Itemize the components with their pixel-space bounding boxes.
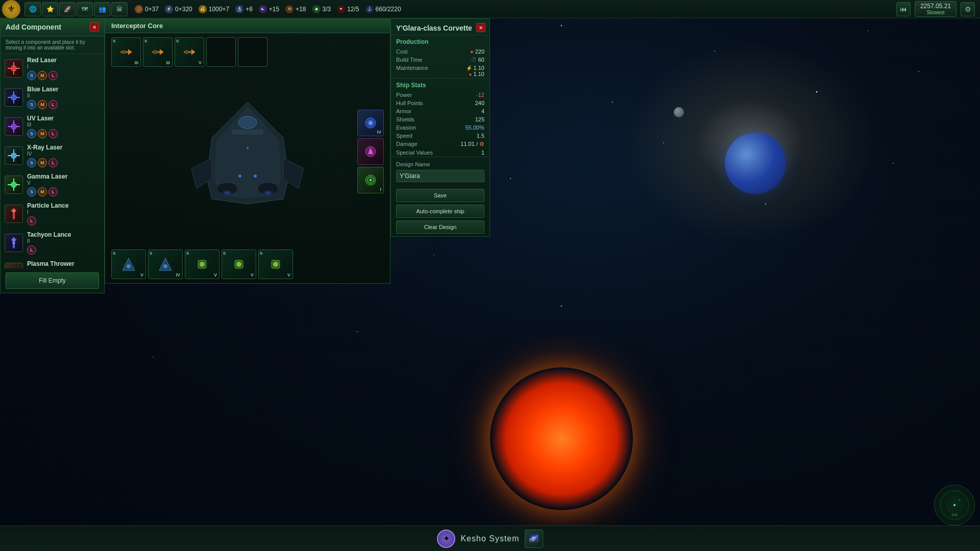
blue-laser-name: Blue Laser [27, 86, 100, 93]
build-time-value: ⏱ 60 [471, 57, 484, 63]
particle-lance-tier: I [27, 209, 100, 215]
xray-laser-icon [5, 146, 23, 165]
date-display: 2257.05.21 Slowest [915, 1, 957, 17]
side-slot-1-icon [363, 115, 378, 131]
bottom-slot-4[interactable]: S V [222, 249, 256, 279]
interceptor-panel: Interceptor Core S III S III S V [105, 18, 390, 284]
maintenance-label: Maintenance [396, 65, 428, 77]
special-values-label: Special Values [396, 149, 433, 156]
damage-row: Damage 11.01 / ⚙ [391, 140, 489, 148]
weapon-slot-4-empty[interactable] [206, 37, 236, 67]
svg-point-5 [612, 102, 613, 103]
plasma-thrower-info: Plasma Thrower I S M L [27, 260, 100, 268]
top-bar: ⚜ 🌐 ⭐ 🚀 🗺 👥 🏛 ⬡ 0+37 ⚡ 0+320 💰 1000+7 🔬 … [0, 0, 980, 18]
bottom-slot-5[interactable]: S V [258, 249, 293, 279]
svg-point-89 [163, 264, 167, 268]
svg-marker-57 [160, 49, 163, 55]
svg-point-99 [949, 510, 950, 511]
nav-btn-6[interactable]: 🏛 [111, 2, 128, 16]
cost-label: Cost [396, 48, 408, 55]
resource-minerals: ⬡ 0+37 [135, 5, 159, 13]
svg-point-19 [357, 331, 358, 332]
red-laser-icon [5, 59, 23, 78]
side-slot-2[interactable] [357, 138, 384, 165]
component-uv-laser[interactable]: UV Laser III S M L [1, 112, 104, 141]
resource-stability: ♥ 12/5 [337, 5, 359, 13]
settings-btn[interactable]: ⚙ [961, 2, 975, 16]
svg-point-75 [238, 174, 241, 178]
system-icon[interactable]: ✦ [437, 530, 455, 548]
side-slot-1[interactable]: IV [357, 110, 384, 136]
save-btn[interactable]: Save [396, 189, 484, 202]
weapon-slot-3[interactable]: S V [175, 37, 204, 67]
component-plasma-thrower[interactable]: Plasma Thrower I S M L [1, 258, 104, 268]
prev-date-btn[interactable]: ⏮ [896, 2, 911, 16]
nav-btn-2[interactable]: ⭐ [42, 2, 58, 16]
slot-type-1: S [113, 39, 115, 43]
svg-point-77 [247, 147, 249, 149]
red-laser-tier: I [27, 64, 100, 69]
panel-header: Add Component ✕ [1, 18, 104, 36]
side-slot-3-icon [363, 172, 378, 188]
resource-unity: ☯ +15 [259, 5, 279, 13]
tag-l-5: L [48, 187, 58, 196]
tag-s-4: S [27, 158, 36, 167]
svg-point-85 [370, 179, 372, 181]
nav-btn-1[interactable]: 🌐 [24, 2, 41, 16]
power-row: Power -12 [391, 91, 489, 99]
nav-btn-3[interactable]: 🚀 [59, 2, 76, 16]
speed-value: 1.5 [477, 133, 484, 139]
ship-visual [161, 87, 334, 230]
auto-complete-btn[interactable]: Auto-complete ship [396, 205, 484, 218]
gamma-laser-tags: S M L [27, 187, 100, 196]
design-name-input[interactable] [396, 170, 484, 182]
svg-point-95 [273, 262, 278, 267]
weapon-slot-2[interactable]: S III [143, 37, 173, 67]
nav-buttons: 🌐 ⭐ 🚀 🗺 👥 🏛 [24, 2, 128, 16]
ship-svg [161, 87, 334, 219]
ship-view: IV I [105, 69, 390, 247]
svg-point-69 [262, 190, 274, 196]
close-info-btn[interactable]: ✕ [476, 23, 485, 32]
unity-icon: ☯ [259, 5, 267, 13]
weapon-slot-1[interactable]: S III [111, 37, 141, 67]
xray-laser-tier: IV [27, 151, 100, 157]
empire-icon[interactable]: ⚜ [2, 0, 20, 18]
close-panel-btn[interactable]: ✕ [90, 22, 99, 32]
component-xray-laser[interactable]: X-Ray Laser IV S M L [1, 141, 104, 170]
component-tachyon-lance[interactable]: Tachyon Lance II L [1, 229, 104, 258]
component-gamma-laser[interactable]: Gamma Laser V S M L [1, 170, 104, 199]
design-name-section: Design Name [391, 157, 489, 186]
svg-rect-74 [232, 130, 263, 134]
resource-tech: 🔬 +8 [235, 5, 253, 13]
bottom-slot-1[interactable]: S V [111, 249, 146, 279]
weapon-slot-5-empty[interactable] [238, 37, 267, 67]
mini-map[interactable]: 0% [934, 485, 975, 525]
hull-row: Hull Points 240 [391, 99, 489, 107]
ship-class-title: Y'Glara-class Corvette [391, 19, 489, 35]
svg-point-18 [153, 357, 154, 358]
nav-btn-4[interactable]: 🗺 [77, 2, 93, 16]
bottom-slot-3[interactable]: S V [185, 249, 219, 279]
component-red-laser[interactable]: Red Laser I S M L [1, 54, 104, 83]
blue-laser-tier: II [27, 93, 100, 98]
bottom-slot-tier-1: V [140, 272, 143, 278]
bottom-slot-tier-5: V [287, 272, 290, 278]
tag-s-5: S [27, 187, 36, 196]
side-slot-3[interactable]: I [357, 167, 384, 193]
component-blue-laser[interactable]: Blue Laser II S M L [1, 83, 104, 112]
galaxy-view-icon[interactable]: 🌌 [525, 530, 543, 548]
component-particle-lance[interactable]: Particle Lance I L [1, 199, 104, 229]
plasma-thrower-icon [5, 263, 23, 268]
clear-design-btn[interactable]: Clear Design [396, 220, 484, 234]
bottom-slot-2[interactable]: S IV [148, 249, 183, 279]
bottom-slot-1-icon [120, 256, 137, 272]
weapon-slot-2-icon [150, 44, 166, 60]
pops-icon: ◆ [312, 5, 321, 13]
slot-type-2: S [144, 39, 147, 43]
tag-m-3: M [38, 129, 47, 138]
special-values-value: 1 [481, 149, 484, 156]
fill-empty-btn[interactable]: Fill Empty [6, 272, 99, 289]
nav-btn-5[interactable]: 👥 [94, 2, 110, 16]
slot-tier-2: III [166, 60, 170, 65]
